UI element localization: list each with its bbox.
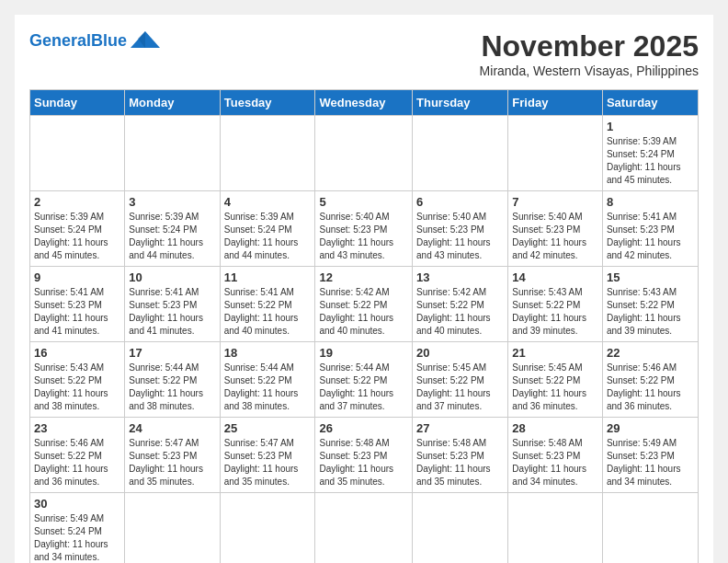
- logo-text: GeneralBlue: [29, 31, 127, 51]
- day-number: 30: [34, 497, 120, 511]
- table-row: [413, 493, 508, 564]
- table-row: 21Sunrise: 5:45 AM Sunset: 5:22 PM Dayli…: [508, 342, 603, 418]
- table-row: [315, 116, 413, 191]
- day-info: Sunrise: 5:43 AM Sunset: 5:22 PM Dayligh…: [607, 286, 694, 338]
- col-thursday: Thursday: [413, 90, 508, 116]
- table-row: [602, 493, 698, 564]
- day-info: Sunrise: 5:44 AM Sunset: 5:22 PM Dayligh…: [129, 362, 215, 413]
- table-row: 14Sunrise: 5:43 AM Sunset: 5:22 PM Dayli…: [508, 267, 603, 342]
- day-info: Sunrise: 5:41 AM Sunset: 5:23 PM Dayligh…: [129, 286, 215, 338]
- day-info: Sunrise: 5:45 AM Sunset: 5:22 PM Dayligh…: [512, 362, 598, 413]
- day-number: 25: [224, 421, 312, 435]
- logo-blue: Blue: [91, 31, 127, 50]
- table-row: 2Sunrise: 5:39 AM Sunset: 5:24 PM Daylig…: [30, 191, 125, 267]
- month-title: November 2025: [480, 29, 699, 63]
- day-number: 7: [512, 195, 598, 209]
- day-number: 27: [416, 421, 504, 435]
- day-number: 9: [34, 270, 120, 284]
- day-info: Sunrise: 5:39 AM Sunset: 5:24 PM Dayligh…: [224, 211, 312, 262]
- day-number: 10: [129, 270, 215, 284]
- day-info: Sunrise: 5:41 AM Sunset: 5:23 PM Dayligh…: [607, 211, 694, 262]
- calendar-table: Sunday Monday Tuesday Wednesday Thursday…: [29, 89, 699, 563]
- day-number: 20: [416, 346, 504, 360]
- day-number: 5: [319, 195, 408, 209]
- day-info: Sunrise: 5:39 AM Sunset: 5:24 PM Dayligh…: [129, 211, 215, 262]
- table-row: 25Sunrise: 5:47 AM Sunset: 5:23 PM Dayli…: [220, 418, 315, 493]
- day-info: Sunrise: 5:42 AM Sunset: 5:22 PM Dayligh…: [319, 286, 408, 338]
- col-wednesday: Wednesday: [315, 90, 413, 116]
- day-number: 4: [224, 195, 312, 209]
- day-info: Sunrise: 5:48 AM Sunset: 5:23 PM Dayligh…: [512, 437, 598, 488]
- day-number: 21: [512, 346, 598, 360]
- day-info: Sunrise: 5:48 AM Sunset: 5:23 PM Dayligh…: [319, 437, 408, 488]
- title-block: November 2025 Miranda, Western Visayas, …: [480, 29, 699, 78]
- col-friday: Friday: [508, 90, 603, 116]
- day-info: Sunrise: 5:44 AM Sunset: 5:22 PM Dayligh…: [224, 362, 312, 413]
- table-row: 9Sunrise: 5:41 AM Sunset: 5:23 PM Daylig…: [30, 267, 125, 342]
- table-row: [30, 116, 125, 191]
- day-info: Sunrise: 5:47 AM Sunset: 5:23 PM Dayligh…: [129, 437, 215, 488]
- day-number: 17: [129, 346, 215, 360]
- table-row: 6Sunrise: 5:40 AM Sunset: 5:23 PM Daylig…: [413, 191, 508, 267]
- day-info: Sunrise: 5:49 AM Sunset: 5:24 PM Dayligh…: [34, 512, 120, 563]
- day-number: 22: [607, 346, 694, 360]
- table-row: [315, 493, 413, 564]
- day-number: 19: [319, 346, 408, 360]
- table-row: 11Sunrise: 5:41 AM Sunset: 5:22 PM Dayli…: [220, 267, 315, 342]
- col-sunday: Sunday: [30, 90, 125, 116]
- table-row: 17Sunrise: 5:44 AM Sunset: 5:22 PM Dayli…: [125, 342, 220, 418]
- day-number: 28: [512, 421, 598, 435]
- table-row: [508, 116, 603, 191]
- day-number: 2: [34, 195, 120, 209]
- table-row: 16Sunrise: 5:43 AM Sunset: 5:22 PM Dayli…: [30, 342, 125, 418]
- table-row: [220, 116, 315, 191]
- day-info: Sunrise: 5:44 AM Sunset: 5:22 PM Dayligh…: [319, 362, 408, 413]
- day-info: Sunrise: 5:49 AM Sunset: 5:23 PM Dayligh…: [607, 437, 694, 488]
- day-number: 1: [607, 120, 694, 133]
- day-number: 23: [34, 421, 120, 435]
- table-row: 30Sunrise: 5:49 AM Sunset: 5:24 PM Dayli…: [30, 493, 125, 564]
- day-number: 24: [129, 421, 215, 435]
- table-row: 23Sunrise: 5:46 AM Sunset: 5:22 PM Dayli…: [30, 418, 125, 493]
- day-info: Sunrise: 5:43 AM Sunset: 5:22 PM Dayligh…: [34, 362, 120, 413]
- day-info: Sunrise: 5:40 AM Sunset: 5:23 PM Dayligh…: [416, 211, 504, 262]
- table-row: 12Sunrise: 5:42 AM Sunset: 5:22 PM Dayli…: [315, 267, 413, 342]
- table-row: 15Sunrise: 5:43 AM Sunset: 5:22 PM Dayli…: [602, 267, 698, 342]
- calendar-week-row: 30Sunrise: 5:49 AM Sunset: 5:24 PM Dayli…: [30, 493, 699, 564]
- table-row: 27Sunrise: 5:48 AM Sunset: 5:23 PM Dayli…: [413, 418, 508, 493]
- day-number: 14: [512, 270, 598, 284]
- day-number: 16: [34, 346, 120, 360]
- day-info: Sunrise: 5:43 AM Sunset: 5:22 PM Dayligh…: [512, 286, 598, 338]
- col-tuesday: Tuesday: [220, 90, 315, 116]
- calendar-week-row: 2Sunrise: 5:39 AM Sunset: 5:24 PM Daylig…: [30, 191, 699, 267]
- table-row: [125, 493, 220, 564]
- table-row: 19Sunrise: 5:44 AM Sunset: 5:22 PM Dayli…: [315, 342, 413, 418]
- day-info: Sunrise: 5:40 AM Sunset: 5:23 PM Dayligh…: [512, 211, 598, 262]
- table-row: 10Sunrise: 5:41 AM Sunset: 5:23 PM Dayli…: [125, 267, 220, 342]
- logo-bird-icon: [129, 29, 162, 52]
- table-row: [508, 493, 603, 564]
- calendar-week-row: 16Sunrise: 5:43 AM Sunset: 5:22 PM Dayli…: [30, 342, 699, 418]
- table-row: [220, 493, 315, 564]
- day-info: Sunrise: 5:48 AM Sunset: 5:23 PM Dayligh…: [416, 437, 504, 488]
- location: Miranda, Western Visayas, Philippines: [480, 63, 699, 78]
- day-number: 11: [224, 270, 312, 284]
- table-row: 26Sunrise: 5:48 AM Sunset: 5:23 PM Dayli…: [315, 418, 413, 493]
- table-row: 13Sunrise: 5:42 AM Sunset: 5:22 PM Dayli…: [413, 267, 508, 342]
- table-row: [125, 116, 220, 191]
- day-number: 3: [129, 195, 215, 209]
- day-info: Sunrise: 5:39 AM Sunset: 5:24 PM Dayligh…: [34, 211, 120, 262]
- col-saturday: Saturday: [602, 90, 698, 116]
- table-row: 8Sunrise: 5:41 AM Sunset: 5:23 PM Daylig…: [602, 191, 698, 267]
- table-row: 1Sunrise: 5:39 AM Sunset: 5:24 PM Daylig…: [602, 116, 698, 191]
- day-info: Sunrise: 5:47 AM Sunset: 5:23 PM Dayligh…: [224, 437, 312, 488]
- table-row: 7Sunrise: 5:40 AM Sunset: 5:23 PM Daylig…: [508, 191, 603, 267]
- day-number: 29: [607, 421, 694, 435]
- table-row: 20Sunrise: 5:45 AM Sunset: 5:22 PM Dayli…: [413, 342, 508, 418]
- table-row: 4Sunrise: 5:39 AM Sunset: 5:24 PM Daylig…: [220, 191, 315, 267]
- col-monday: Monday: [125, 90, 220, 116]
- logo-general: General: [29, 31, 91, 50]
- table-row: 24Sunrise: 5:47 AM Sunset: 5:23 PM Dayli…: [125, 418, 220, 493]
- day-number: 13: [416, 270, 504, 284]
- table-row: 18Sunrise: 5:44 AM Sunset: 5:22 PM Dayli…: [220, 342, 315, 418]
